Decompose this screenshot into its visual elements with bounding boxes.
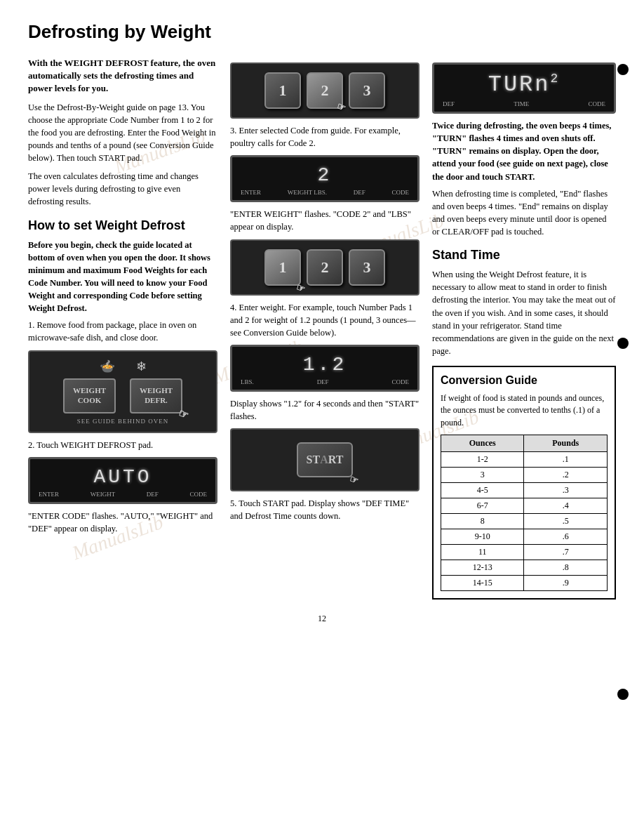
conversion-para: If weight of food is stated in pounds an… [441,392,608,429]
turn-def: DEF [443,100,455,107]
step3: 3. Enter selected Code from guide. For e… [230,124,420,150]
conversion-guide: Conversion Guide If weight of food is st… [432,366,616,600]
pounds-cell: .3 [524,483,608,498]
table-row: 12-13.8 [441,560,608,576]
conversion-table: Ounces Pounds 1-2.13.24-5.36-7.48.59-10.… [441,435,608,591]
key-2b: 2 [307,249,343,286]
turn-labels: DEF TIME CODE [440,100,608,107]
ew-def: DEF [354,189,365,196]
col-pounds: Pounds [524,435,608,452]
turn-code: CODE [588,100,605,107]
pounds-cell: .2 [524,468,608,483]
weight-text: Display shows "1.2" for 4 seconds and th… [230,397,420,423]
table-row: 11.7 [441,545,608,560]
weight-lcd: 1.2 [238,354,412,376]
when-defrost-done: When defrosting time is completed, "End"… [432,187,616,239]
wt-def: DEF [317,378,329,385]
weight-display: 1.2 LBS. DEF CODE [230,345,420,392]
step1: 1. Remove food from package, place in ov… [28,319,217,344]
right-dot-top [617,64,629,75]
para1: Use the Defrost-By-Weight guide on page … [28,101,217,165]
weight-cook-label: WEIGHTCOOK [73,386,106,404]
ounces-cell: 1-2 [441,452,524,468]
label-enter: ENTER [39,491,59,498]
keypad-step3: 1 2 ☞ 3 [230,62,420,119]
cook-icon: 🍲 [100,359,115,374]
wt-lbs: LBS. [241,378,254,385]
right-column: TURn2 DEF TIME CODE Twice during defrost… [432,57,616,600]
start-btn: START ☞ [297,442,353,477]
ounces-cell: 3 [441,468,524,483]
enter-code-text: "ENTER CODE" flashes. "AUTO," "WEIGHT" a… [28,510,217,535]
wt-code: CODE [392,378,410,385]
ounces-cell: 6-7 [441,498,524,514]
turn-display: TURn2 DEF TIME CODE [432,62,616,114]
keypad-step4: 1 ☞ 2 3 [230,239,420,296]
key-2: 2 ☞ [307,72,343,109]
ounces-cell: 8 [441,514,524,529]
ounces-cell: 14-15 [441,576,524,591]
before-begin: Before you begin, check the guide locate… [28,239,217,315]
enter-weight-display: 2 ENTER WEIGHT LBS. DEF CODE [230,155,420,202]
para2: The oven calculates defrosting time and … [28,170,217,208]
ew-enter: ENTER [241,189,261,196]
page-number: 12 [28,614,616,624]
start-pad-image: START ☞ [230,428,420,491]
key-3: 3 [349,72,385,109]
step4: 4. Enter weight. For example, touch Numb… [230,301,420,339]
key-1: 1 [264,72,301,109]
page-title: Defrosting by Weight [28,21,616,43]
ew-weight-lbs: WEIGHT LBS. [288,189,327,196]
key-1b: 1 ☞ [264,249,301,286]
pounds-cell: .6 [524,529,608,545]
pounds-cell: .5 [524,514,608,529]
control-panel-image: 🍲 ❄ WEIGHTCOOK WEIGHTDEFR. ☞ SEE GUIDE B… [28,350,217,433]
weight-cook-btn: WEIGHTCOOK [63,378,116,413]
twice-bold: Twice during defrosting, the oven beeps … [432,119,616,183]
middle-column: 1 2 ☞ 3 3. Enter selected Code from guid… [230,57,420,600]
finger-start: ☞ [347,472,360,486]
table-row: 14-15.9 [441,576,608,591]
table-row: 9-10.6 [441,529,608,545]
label-code: CODE [189,491,207,498]
pounds-cell: .8 [524,560,608,576]
auto-display: AUTO ENTER WEIGHT DEF CODE [28,457,217,504]
auto-lcd-text: AUTO [36,466,210,488]
left-column: With the WEIGHT DEFROST feature, the ove… [28,57,217,600]
right-dot-mid [617,338,629,349]
intro-bold: With the WEIGHT DEFROST feature, the ove… [28,57,217,95]
enter-weight-text: "ENTER WEIGHT" flashes. "CODE 2" and "LB… [230,208,420,233]
stand-time-para: When using the Weight Defrost feature, i… [432,268,616,357]
ounces-cell: 4-5 [441,483,524,498]
ounces-cell: 12-13 [441,560,524,576]
col-ounces: Ounces [441,435,524,452]
ew-code: CODE [391,189,409,196]
step2: 2. Touch WEIGHT DEFROST pad. [28,439,217,451]
weight-defrost-btn: WEIGHTDEFR. ☞ [130,378,182,413]
turn-super: 2 [551,72,561,86]
step5: 5. Touch START pad. Display shows "DEF T… [230,497,420,522]
ounces-cell: 9-10 [441,529,524,545]
key-3b: 3 [349,249,385,286]
turn-time: TIME [514,100,529,107]
label-def: DEF [147,491,159,498]
how-to-heading: How to set Weight Defrost [28,218,217,233]
table-row: 1-2.1 [441,452,608,468]
snowflake-icon: ❄ [136,359,147,374]
ounces-cell: 11 [441,545,524,560]
pounds-cell: .7 [524,545,608,560]
table-row: 3.2 [441,468,608,483]
finger-step4: ☞ [294,281,307,295]
right-dot-bottom [617,689,629,700]
finger-step3: ☞ [335,100,347,114]
table-row: 4-5.3 [441,483,608,498]
pounds-cell: .4 [524,498,608,514]
table-row: 6-7.4 [441,498,608,514]
conversion-heading: Conversion Guide [441,374,608,387]
pounds-cell: .9 [524,576,608,591]
label-weight: WEIGHT [90,491,116,498]
turn-lcd-text: TURn2 [440,72,608,98]
pounds-cell: .1 [524,452,608,468]
stand-time-heading: Stand Time [432,248,616,263]
enter-weight-lcd: 2 [238,164,412,186]
